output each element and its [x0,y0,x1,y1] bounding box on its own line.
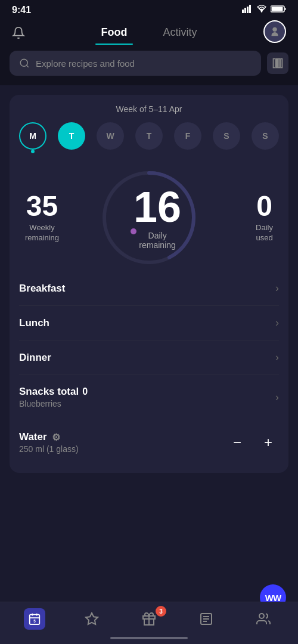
water-row: Water ⚙ 250 ml (1 glass) − + [19,422,279,463]
avatar-container [262,20,286,43]
calendar-icon: 5 [24,608,45,630]
search-container: Explore recipes and food [0,45,298,85]
svg-rect-7 [285,8,286,10]
tab-header: Food Activity [0,18,298,45]
tabs: Food Activity [36,18,262,45]
svg-point-29 [259,614,264,618]
svg-rect-12 [277,59,278,68]
nav-rewards[interactable]: 3 [134,608,164,630]
svg-rect-3 [249,5,251,13]
search-placeholder: Explore recipes and food [36,58,135,69]
search-icon [19,58,30,69]
svg-point-9 [20,59,27,66]
svg-line-10 [26,65,28,67]
wifi-icon [256,5,267,16]
nav-log[interactable] [191,608,221,630]
nav-favorites[interactable] [77,608,107,630]
chevron-dinner: › [275,351,279,364]
water-decrease-button[interactable]: − [226,432,248,453]
points-tracker: 35 Weeklyremaining 16 Dailyremaining 0 D… [19,164,279,271]
water-controls: − + [226,432,279,453]
day-friday[interactable]: F [174,122,201,150]
water-title: Water ⚙ [19,431,79,443]
status-bar: 9:41 [0,0,298,18]
community-icon [253,608,274,630]
svg-rect-11 [274,59,275,68]
status-time: 9:41 [12,5,31,16]
daily-label: Dailyremaining [134,231,181,250]
water-amount: 250 ml (1 glass) [19,444,79,454]
nav-calendar[interactable]: 5 [20,608,49,630]
meal-snacks-sub: Blueberries [19,399,88,408]
meal-snacks-name: Snacks total [19,386,79,398]
points-used: 0 Dailyused [256,192,273,243]
svg-rect-1 [244,8,246,13]
week-card: Week of 5–11 Apr M T W T F S S 35 Weekly… [10,95,288,473]
signal-icon [242,5,253,16]
water-increase-button[interactable]: + [257,432,279,453]
meal-snacks-content: Snacks total 0 Blueberries [19,386,88,408]
points-weekly: 35 Weeklyremaining [25,192,59,243]
svg-point-8 [272,27,277,31]
meal-lunch[interactable]: Lunch › [19,306,279,340]
log-icon [195,608,217,630]
bell-icon[interactable] [12,24,36,39]
svg-rect-2 [247,7,249,13]
svg-point-4 [261,11,263,13]
meal-breakfast-name: Breakfast [19,283,66,295]
water-label: Water [19,431,47,443]
day-tuesday[interactable]: T [58,122,85,150]
chevron-lunch: › [275,317,279,329]
tab-food[interactable]: Food [95,18,134,45]
meal-snacks-badge: 0 [82,386,88,397]
day-sunday[interactable]: S [252,122,279,150]
main-content: Week of 5–11 Apr M T W T F S S 35 Weekly… [0,85,298,503]
meal-lunch-name: Lunch [19,317,49,329]
meal-snacks[interactable]: Snacks total 0 Blueberries › [19,375,279,419]
meal-breakfast[interactable]: Breakfast › [19,271,279,306]
rewards-badge: 3 [156,606,166,617]
gear-icon[interactable]: ⚙ [52,432,60,443]
daily-number: 16 [134,185,181,228]
svg-rect-6 [272,7,283,11]
barcode-icon[interactable] [267,52,288,74]
week-label: Week of 5–11 Apr [19,104,279,114]
avatar[interactable] [263,20,286,43]
day-selector: M T W T F S S [19,122,279,150]
meal-dinner[interactable]: Dinner › [19,340,279,375]
search-bar[interactable]: Explore recipes and food [10,51,261,76]
nav-community[interactable] [249,608,278,630]
status-icons [242,5,286,16]
chevron-breakfast: › [275,282,279,295]
chevron-snacks: › [275,391,279,404]
svg-rect-13 [278,59,280,68]
tab-activity[interactable]: Activity [157,18,203,45]
day-monday[interactable]: M [19,122,46,150]
day-saturday[interactable]: S [213,122,240,150]
day-thursday[interactable]: T [135,122,163,150]
star-icon [81,608,103,630]
points-daily: 16 Dailyremaining [134,185,181,250]
meal-sections: Breakfast › Lunch › Dinner › Snacks tota… [19,271,279,419]
svg-marker-22 [86,613,98,624]
weekly-number: 35 [25,192,59,221]
used-number: 0 [256,192,273,221]
svg-text:5: 5 [33,619,36,623]
svg-rect-14 [281,59,283,68]
home-indicator [110,637,188,639]
used-label: Dailyused [256,223,273,243]
day-wednesday[interactable]: W [97,122,124,150]
weekly-label: Weeklyremaining [25,223,59,243]
svg-rect-0 [242,10,244,13]
meal-dinner-name: Dinner [19,352,51,364]
battery-icon [271,5,286,16]
